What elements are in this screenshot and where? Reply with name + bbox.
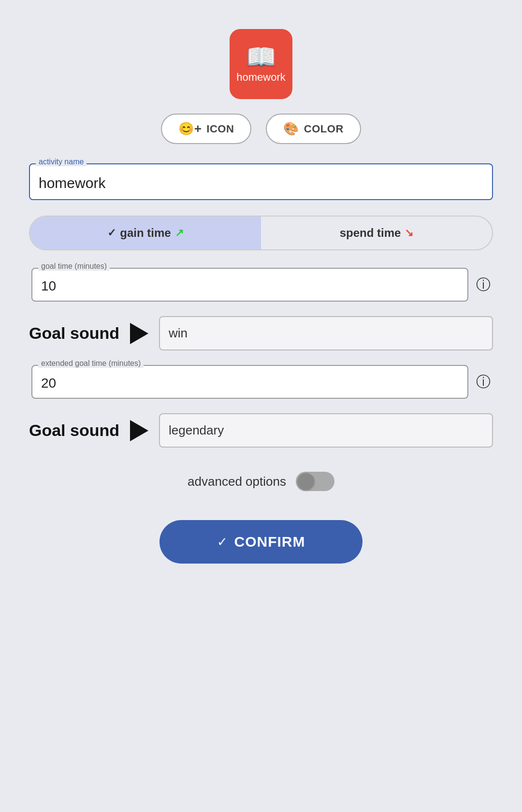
gain-time-button[interactable]: ✓ gain time ↗ [30, 217, 261, 249]
confirm-check-icon: ✓ [217, 535, 228, 550]
color-palette-icon: 🎨 [283, 121, 299, 136]
app-icon: 📖 homework [230, 29, 292, 99]
spend-time-button[interactable]: spend time ↘ [261, 217, 492, 249]
extended-goal-time-label: extended goal time (minutes) [38, 359, 144, 368]
goal-sound-1-play-button[interactable] [130, 323, 148, 344]
goal-sound-2-input[interactable] [159, 413, 493, 448]
app-icon-emoji: 📖 [246, 44, 277, 70]
color-button[interactable]: 🎨 COLOR [266, 114, 361, 144]
spend-time-label: spend time [340, 226, 401, 240]
icon-button-label: ICON [206, 123, 234, 135]
extended-goal-time-info-icon[interactable]: ⓘ [476, 372, 491, 392]
goal-time-field: goal time (minutes) ⓘ [31, 268, 491, 302]
checkmark-icon: ✓ [107, 227, 116, 239]
goal-sound-2-row: Goal sound [29, 413, 493, 448]
app-icon-wrapper: 📖 homework [230, 29, 292, 99]
toggle-knob [298, 473, 314, 490]
activity-name-field: activity name [29, 163, 493, 200]
extended-goal-time-box: extended goal time (minutes) [31, 365, 468, 399]
icon-color-row: 😊+ ICON 🎨 COLOR [161, 114, 361, 144]
icon-smiley-icon: 😊+ [178, 121, 202, 136]
confirm-label: CONFIRM [234, 534, 305, 550]
confirm-button[interactable]: ✓ CONFIRM [160, 520, 362, 564]
goal-sound-1-row: Goal sound [29, 316, 493, 350]
play-icon [130, 323, 148, 344]
advanced-options-row: advanced options [188, 472, 334, 491]
activity-name-input[interactable] [29, 163, 493, 200]
time-type-row: ✓ gain time ↗ spend time ↘ [29, 216, 493, 250]
goal-sound-1-label: Goal sound [29, 324, 119, 343]
goal-sound-2-play-button[interactable] [130, 420, 148, 441]
extended-goal-time-field: extended goal time (minutes) ⓘ [31, 365, 491, 399]
icon-button[interactable]: 😊+ ICON [161, 114, 251, 144]
color-button-label: COLOR [304, 123, 344, 135]
advanced-options-toggle[interactable] [296, 472, 334, 491]
goal-time-info-icon[interactable]: ⓘ [476, 275, 491, 295]
goal-time-box: goal time (minutes) [31, 268, 468, 302]
goal-sound-1-input[interactable] [159, 316, 493, 350]
goal-time-input[interactable] [31, 268, 468, 302]
extended-goal-time-input[interactable] [31, 365, 468, 399]
gain-arrow-icon: ↗ [175, 227, 184, 239]
advanced-options-label: advanced options [188, 474, 286, 489]
gain-time-label: gain time [120, 226, 171, 240]
goal-time-label: goal time (minutes) [38, 262, 110, 271]
goal-sound-2-label: Goal sound [29, 421, 119, 440]
play-icon-2 [130, 420, 148, 441]
activity-name-label: activity name [36, 158, 87, 166]
app-icon-label: homework [236, 72, 285, 83]
spend-arrow-icon: ↘ [405, 227, 413, 239]
